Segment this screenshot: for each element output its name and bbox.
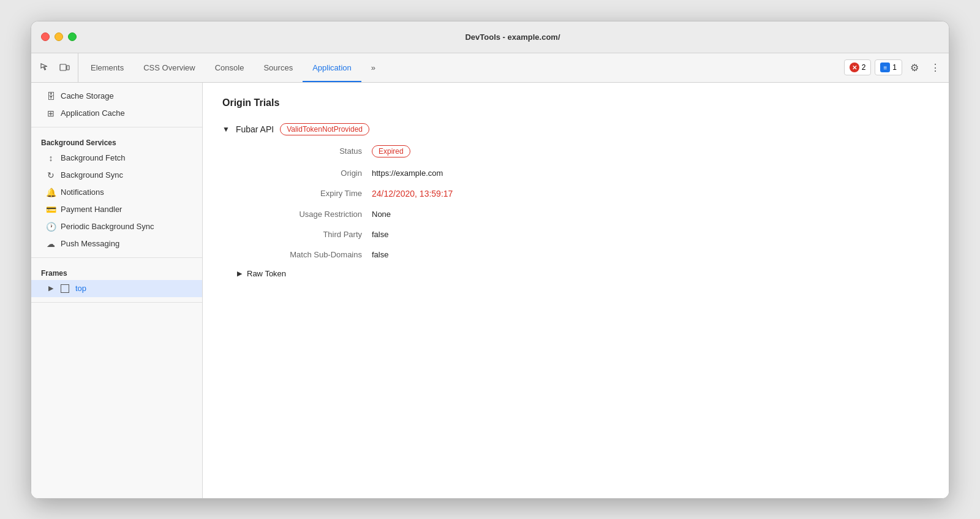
storage-section: 🗄 Cache Storage ⊞ Application Cache	[31, 83, 202, 127]
error-badge-button[interactable]: ✕ 2	[844, 59, 872, 75]
tab-css-overview[interactable]: CSS Overview	[134, 53, 205, 82]
info-count: 1	[892, 63, 897, 72]
detail-panel: Origin Trials ▼ Fubar API ValidTokenNotP…	[203, 83, 949, 498]
sidebar-item-label: Background Fetch	[61, 153, 126, 162]
api-header: ▼ Fubar API ValidTokenNotProvided	[222, 123, 929, 135]
sidebar-item-background-sync[interactable]: ↻ Background Sync	[31, 167, 202, 184]
status-label: Status	[237, 145, 372, 157]
third-party-label: Third Party	[237, 230, 372, 239]
tab-sources[interactable]: Sources	[254, 53, 303, 82]
sidebar-item-label: Push Messaging	[61, 239, 119, 248]
devtools-window: DevTools - example.com/ Elements CSS Ove…	[31, 21, 949, 499]
toolbar-icon-group	[36, 53, 78, 82]
sidebar-item-cache-storage[interactable]: 🗄 Cache Storage	[31, 88, 202, 105]
expiry-time: 24/12/2020, 13:59:17	[372, 189, 453, 199]
settings-icon[interactable]: ⚙	[906, 59, 923, 76]
svg-rect-1	[67, 66, 69, 70]
status-badge: Expired	[372, 145, 410, 157]
background-fetch-icon: ↕	[46, 153, 56, 163]
sidebar-item-label: Periodic Background Sync	[61, 222, 154, 231]
frames-section: Frames ▶ top	[31, 258, 202, 303]
main-content: 🗄 Cache Storage ⊞ Application Cache Back…	[31, 83, 949, 498]
api-token-badge: ValidTokenNotProvided	[280, 123, 369, 135]
sidebar-item-label: Background Sync	[61, 170, 123, 180]
info-icon: ≡	[880, 63, 890, 72]
push-messaging-icon: ☁	[46, 239, 56, 249]
origin-value: https://example.com	[372, 169, 929, 178]
title-bar: DevTools - example.com/	[31, 21, 949, 53]
payment-handler-icon: 💳	[46, 205, 56, 214]
sidebar-item-label: Cache Storage	[61, 91, 114, 100]
minimize-button[interactable]	[55, 32, 63, 41]
sidebar: 🗄 Cache Storage ⊞ Application Cache Back…	[31, 83, 203, 498]
error-count: 2	[862, 63, 866, 72]
api-section: ▼ Fubar API ValidTokenNotProvided Status…	[222, 123, 929, 278]
background-services-section: Background Services ↕ Background Fetch ↻…	[31, 127, 202, 258]
api-name: Fubar API	[236, 124, 274, 134]
cache-storage-icon: 🗄	[46, 91, 56, 101]
sidebar-item-periodic-background-sync[interactable]: 🕐 Periodic Background Sync	[31, 218, 202, 235]
tab-console[interactable]: Console	[205, 53, 254, 82]
top-frame-icon: ▶	[46, 284, 56, 294]
raw-token-label: Raw Token	[247, 269, 286, 278]
usage-restriction-value: None	[372, 210, 929, 219]
sidebar-item-notifications[interactable]: 🔔 Notifications	[31, 184, 202, 201]
sidebar-item-top[interactable]: ▶ top	[31, 280, 202, 297]
api-chevron-icon[interactable]: ▼	[222, 125, 230, 134]
expiry-label: Expiry Time	[237, 189, 372, 199]
periodic-bg-sync-icon: 🕐	[46, 222, 56, 232]
application-cache-icon: ⊞	[46, 108, 56, 118]
toolbar-right-actions: ✕ 2 ≡ 1 ⚙ ⋮	[844, 53, 944, 82]
close-button[interactable]	[41, 32, 50, 41]
device-toolbar-icon[interactable]	[56, 59, 73, 76]
tab-more[interactable]: »	[361, 53, 385, 82]
match-subdomains-label: Match Sub-Domains	[237, 250, 372, 259]
origin-label: Origin	[237, 169, 372, 178]
match-subdomains-value: false	[372, 250, 929, 259]
usage-restriction-label: Usage Restriction	[237, 210, 372, 219]
more-options-icon[interactable]: ⋮	[927, 59, 944, 76]
error-icon: ✕	[850, 63, 859, 72]
sidebar-item-payment-handler[interactable]: 💳 Payment Handler	[31, 201, 202, 218]
window-title: DevTools - example.com/	[86, 32, 939, 42]
sidebar-item-application-cache[interactable]: ⊞ Application Cache	[31, 105, 202, 122]
inspect-element-icon[interactable]	[36, 59, 53, 76]
detail-grid: Status Expired Origin https://example.co…	[222, 145, 929, 259]
frame-box-icon	[61, 284, 69, 293]
third-party-value: false	[372, 230, 929, 239]
tab-bar: Elements CSS Overview Console Sources Ap…	[81, 53, 844, 82]
expiry-value: 24/12/2020, 13:59:17	[372, 189, 929, 199]
background-services-header: Background Services	[31, 132, 202, 150]
sidebar-item-background-fetch[interactable]: ↕ Background Fetch	[31, 150, 202, 167]
tab-elements[interactable]: Elements	[81, 53, 134, 82]
info-badge-button[interactable]: ≡ 1	[875, 59, 902, 75]
toolbar: Elements CSS Overview Console Sources Ap…	[31, 53, 949, 83]
sidebar-item-label: top	[75, 284, 86, 293]
detail-panel-title: Origin Trials	[222, 97, 929, 108]
traffic-lights	[41, 32, 77, 41]
raw-token-chevron-icon: ▶	[237, 270, 242, 278]
maximize-button[interactable]	[68, 32, 77, 41]
background-sync-icon: ↻	[46, 170, 56, 180]
frames-header: Frames	[31, 263, 202, 280]
status-value: Expired	[372, 145, 929, 157]
sidebar-item-label: Notifications	[61, 188, 104, 197]
sidebar-item-label: Payment Handler	[61, 205, 122, 214]
sidebar-item-label: Application Cache	[61, 108, 125, 118]
tab-application[interactable]: Application	[303, 53, 361, 82]
raw-token-row[interactable]: ▶ Raw Token	[222, 269, 929, 278]
svg-rect-0	[60, 64, 66, 70]
sidebar-item-push-messaging[interactable]: ☁ Push Messaging	[31, 235, 202, 252]
notifications-icon: 🔔	[46, 188, 56, 197]
